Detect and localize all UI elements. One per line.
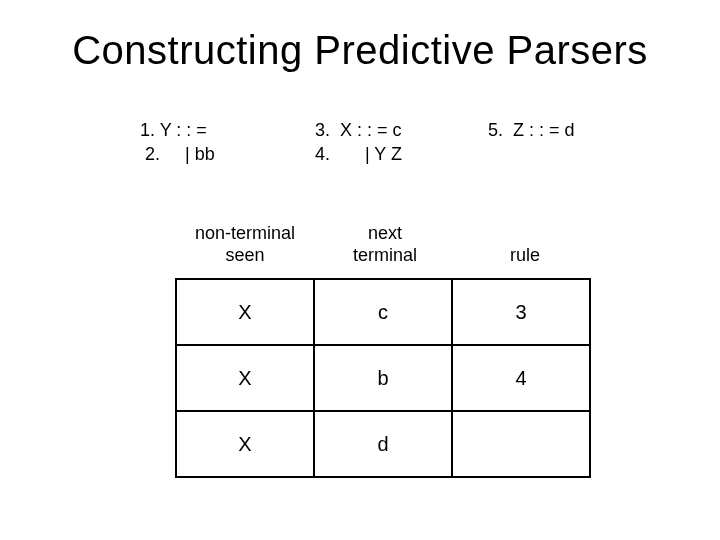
header-next-terminal: next terminal — [315, 222, 455, 266]
slide: Constructing Predictive Parsers 1. Y : :… — [0, 0, 720, 540]
table-row: X b 4 — [176, 345, 590, 411]
page-title: Constructing Predictive Parsers — [0, 28, 720, 73]
cell-rule: 4 — [452, 345, 590, 411]
cell-rule: 3 — [452, 279, 590, 345]
table-row: X c 3 — [176, 279, 590, 345]
parse-table: X c 3 X b 4 X d — [175, 278, 591, 478]
header-next-line1: next — [315, 222, 455, 244]
grammar-rule-1: 1. Y : : = — [140, 118, 215, 142]
header-next-line2: terminal — [315, 244, 455, 266]
header-nonterminal-line1: non-terminal — [175, 222, 315, 244]
header-rule: rule — [475, 244, 575, 266]
cell-terminal: d — [314, 411, 452, 477]
cell-nonterminal: X — [176, 345, 314, 411]
cell-rule — [452, 411, 590, 477]
header-nonterminal: non-terminal seen — [175, 222, 315, 266]
cell-nonterminal: X — [176, 411, 314, 477]
header-nonterminal-line2: seen — [175, 244, 315, 266]
grammar-rule-3: 3. X : : = c — [315, 118, 402, 142]
table-row: X d — [176, 411, 590, 477]
cell-terminal: c — [314, 279, 452, 345]
cell-nonterminal: X — [176, 279, 314, 345]
cell-terminal: b — [314, 345, 452, 411]
grammar-col-1: 1. Y : : = 2. | bb — [140, 118, 215, 166]
grammar-col-2: 3. X : : = c 4. | Y Z — [315, 118, 402, 166]
grammar-rule-5: 5. Z : : = d — [488, 118, 575, 142]
grammar-col-3: 5. Z : : = d — [488, 118, 575, 142]
grammar-rule-4: 4. | Y Z — [315, 142, 402, 166]
grammar-rule-2: 2. | bb — [140, 142, 215, 166]
